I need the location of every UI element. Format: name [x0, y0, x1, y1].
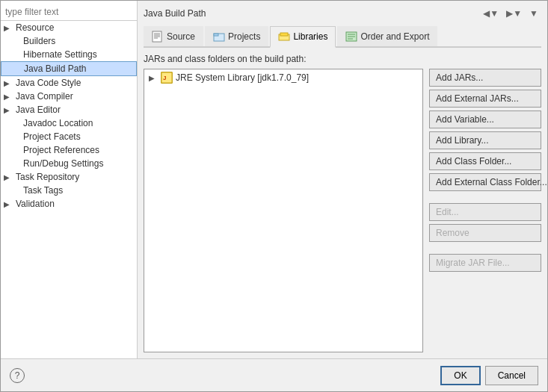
- sidebar: ▶ResourceBuildersHibernate SettingsJava …: [1, 1, 138, 358]
- sidebar-item-javadoc-location[interactable]: Javadoc Location: [1, 116, 137, 130]
- build-path-description: JARs and class folders on the build path…: [144, 54, 541, 64]
- tab-libraries[interactable]: Libraries: [270, 26, 336, 48]
- build-path-area: ▶ J JRE System Library [jdk1.7.0_79] Add…: [144, 69, 541, 352]
- sidebar-item-project-references[interactable]: Project References: [1, 143, 137, 157]
- sidebar-item-label: Project References: [23, 145, 99, 155]
- order-icon: [345, 31, 357, 43]
- libraries-tree-panel[interactable]: ▶ J JRE System Library [jdk1.7.0_79]: [144, 69, 423, 352]
- dialog: ▶ResourceBuildersHibernate SettingsJava …: [0, 0, 548, 392]
- tab-order-label: Order and Export: [360, 31, 429, 42]
- add-variable-button[interactable]: Add Variable...: [429, 111, 541, 128]
- svg-rect-8: [280, 33, 288, 36]
- sidebar-item-project-facets[interactable]: Project Facets: [1, 130, 137, 143]
- sidebar-item-label: Java Build Path: [24, 63, 86, 74]
- expand-arrow-icon: ▶: [4, 79, 13, 87]
- tab-order[interactable]: Order and Export: [337, 26, 437, 46]
- expand-arrow-icon: ▶: [4, 200, 13, 208]
- sidebar-item-label: Java Code Style: [16, 78, 81, 88]
- sidebar-item-java-build-path[interactable]: Java Build Path: [1, 61, 137, 76]
- sidebar-item-label: Javadoc Location: [23, 118, 93, 128]
- source-icon: [152, 31, 164, 43]
- filter-input[interactable]: [1, 4, 137, 21]
- dialog-footer: ? OK Cancel: [1, 358, 547, 391]
- sidebar-item-label: Hibernate Settings: [23, 49, 97, 60]
- action-buttons-panel: Add JARs... Add External JARs... Add Var…: [429, 69, 541, 352]
- remove-button[interactable]: Remove: [429, 224, 541, 242]
- dialog-body: ▶ResourceBuildersHibernate SettingsJava …: [1, 1, 547, 358]
- add-external-jars-button[interactable]: Add External JARs...: [429, 90, 541, 108]
- footer-buttons: OK Cancel: [440, 366, 538, 385]
- jre-icon: J: [161, 72, 173, 84]
- nav-buttons: ◀▼ ▶▼ ▼: [480, 7, 541, 20]
- expand-arrow-icon: ▶: [149, 74, 158, 82]
- content-area: Java Build Path ◀▼ ▶▼ ▼: [138, 1, 547, 358]
- sidebar-item-label: Resource: [16, 22, 54, 33]
- ok-button[interactable]: OK: [440, 366, 480, 385]
- tab-libraries-label: Libraries: [293, 31, 327, 42]
- svg-text:J: J: [163, 75, 166, 81]
- nav-dropdown-button[interactable]: ▼: [526, 7, 541, 20]
- jre-library-label: JRE System Library [jdk1.7.0_79]: [176, 72, 309, 83]
- sidebar-item-builders[interactable]: Builders: [1, 34, 137, 48]
- nav-back-button[interactable]: ◀▼: [480, 7, 502, 20]
- expand-arrow-icon: ▶: [4, 106, 13, 114]
- add-jars-button[interactable]: Add JARs...: [429, 69, 541, 87]
- sidebar-item-java-editor[interactable]: ▶Java Editor: [1, 103, 137, 116]
- sidebar-item-java-code-style[interactable]: ▶Java Code Style: [1, 76, 137, 90]
- sidebar-item-task-repository[interactable]: ▶Task Repository: [1, 170, 137, 184]
- sidebar-item-label: Java Editor: [16, 105, 61, 115]
- sidebar-item-resource[interactable]: ▶Resource: [1, 21, 137, 34]
- page-title: Java Build Path: [144, 8, 206, 19]
- sidebar-item-label: Builders: [23, 36, 55, 46]
- sidebar-item-label: Java Compiler: [16, 91, 73, 102]
- sidebar-item-label: Task Tags: [23, 185, 63, 196]
- add-library-button[interactable]: Add Library...: [429, 131, 541, 149]
- build-path-tabs: Source Projects: [144, 26, 541, 48]
- expand-arrow-icon: ▶: [4, 93, 13, 101]
- jre-library-item[interactable]: ▶ J JRE System Library [jdk1.7.0_79]: [144, 69, 422, 86]
- footer-left: ?: [10, 368, 25, 383]
- libraries-icon: [278, 31, 290, 43]
- content-header: Java Build Path ◀▼ ▶▼ ▼: [144, 7, 541, 20]
- sidebar-item-label: Task Repository: [16, 172, 79, 182]
- tab-projects-label: Projects: [228, 31, 260, 42]
- migrate-jar-button[interactable]: Migrate JAR File...: [429, 254, 541, 272]
- sidebar-item-task-tags[interactable]: Task Tags: [1, 184, 137, 197]
- sidebar-tree: ▶ResourceBuildersHibernate SettingsJava …: [1, 21, 137, 211]
- expand-arrow-icon: ▶: [4, 173, 13, 181]
- projects-icon: [213, 31, 225, 43]
- add-external-class-folder-button[interactable]: Add External Class Folder...: [429, 173, 541, 191]
- help-button[interactable]: ?: [10, 368, 25, 383]
- tab-projects[interactable]: Projects: [205, 26, 268, 46]
- tab-source-label: Source: [167, 31, 195, 42]
- edit-button[interactable]: Edit...: [429, 203, 541, 221]
- cancel-button[interactable]: Cancel: [485, 366, 538, 385]
- sidebar-item-hibernate-settings[interactable]: Hibernate Settings: [1, 48, 137, 61]
- sidebar-item-label: Project Facets: [23, 131, 81, 142]
- sidebar-item-label: Validation: [16, 199, 55, 209]
- sidebar-item-label: Run/Debug Settings: [23, 158, 103, 169]
- sidebar-item-validation[interactable]: ▶Validation: [1, 197, 137, 211]
- sidebar-item-run/debug-settings[interactable]: Run/Debug Settings: [1, 157, 137, 170]
- tab-source[interactable]: Source: [144, 26, 203, 46]
- nav-forward-button[interactable]: ▶▼: [503, 7, 525, 20]
- add-class-folder-button[interactable]: Add Class Folder...: [429, 152, 541, 170]
- svg-rect-6: [214, 34, 218, 36]
- expand-arrow-icon: ▶: [4, 24, 13, 32]
- sidebar-item-java-compiler[interactable]: ▶Java Compiler: [1, 90, 137, 103]
